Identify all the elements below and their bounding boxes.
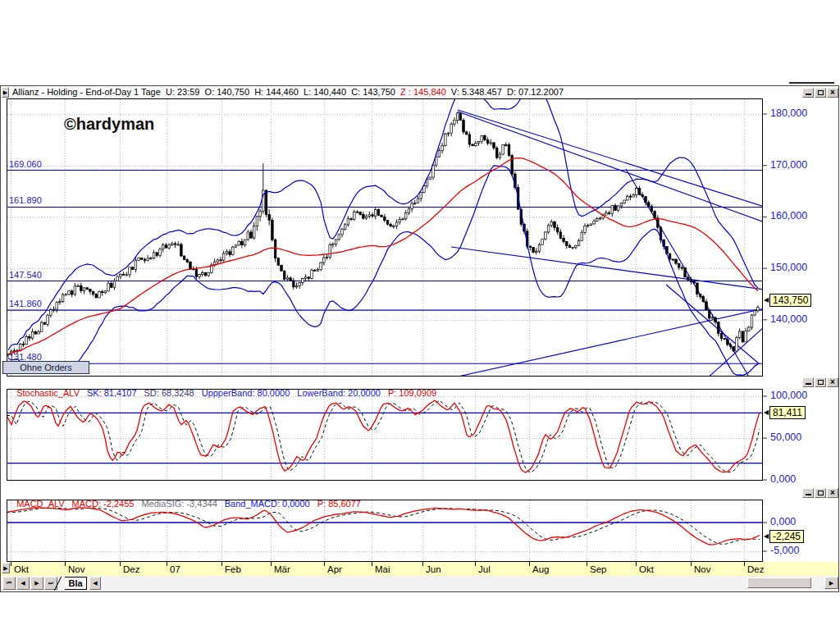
time-axis-label: Mär: [274, 564, 290, 574]
scrollbar-right-button[interactable]: ▶: [824, 577, 838, 589]
time-axis-tick: [422, 562, 423, 566]
macd-axis-label: 0,000: [770, 516, 796, 527]
time-axis-label: Okt: [639, 564, 654, 574]
macd-value-box: -2,245: [769, 530, 804, 543]
macd-close-button[interactable]: ×: [827, 488, 838, 498]
time-axis-tick: [744, 562, 745, 566]
macd-chart-canvas[interactable]: [0, 500, 840, 562]
chart-window-titlebar: ▶ Allianz - Holding - End-of-Day 1 Tage …: [1, 86, 838, 98]
time-axis-tick: [475, 562, 476, 566]
stochastic-header: Stochastic_ALVSK: 81,4107SD: 68,3248Uppp…: [11, 378, 444, 389]
price-arrow-icon: ◀: [764, 297, 769, 304]
time-axis-tick: [11, 562, 11, 566]
time-axis-label: Okt: [14, 564, 29, 574]
price-chart-canvas[interactable]: [0, 98, 840, 377]
time-axis-label: Aug: [532, 564, 549, 574]
close-button[interactable]: ×: [827, 88, 838, 98]
time-axis-tick: [529, 562, 530, 566]
time-axis-tick: [372, 562, 372, 566]
time-axis-label: Nov: [68, 564, 84, 574]
price-level-label: 169.060: [9, 159, 42, 169]
time-axis-label: Jul: [478, 564, 491, 574]
time-axis-label: Sep: [590, 564, 606, 574]
stoch-arrow-icon: ◀: [764, 409, 769, 416]
stoch-axis-label: 50,000: [770, 431, 801, 443]
time-axis: ▶ OktNovDez07FebMärAprMaiJunJulAugSepOkt…: [1, 562, 838, 576]
time-axis-label: Nov: [694, 564, 710, 574]
stoch-close-button[interactable]: ×: [827, 377, 838, 387]
price-axis-label: 170,000: [770, 159, 807, 171]
time-axis-tick: [65, 562, 66, 566]
price-level-label: 141.860: [9, 299, 42, 308]
stoch-maximize-button[interactable]: [815, 377, 826, 387]
minimize-button[interactable]: [802, 88, 814, 98]
time-axis-tick: [167, 562, 167, 566]
price-level-label: 131.480: [9, 352, 42, 362]
time-axis-tick: [691, 562, 692, 566]
time-axis-label: 07: [170, 564, 180, 574]
last-price-box: 143,750: [769, 294, 811, 307]
titlebar-collapse-button[interactable]: ▶: [2, 87, 9, 98]
time-axis-label: Dez: [123, 564, 139, 574]
time-axis-label: Mai: [375, 564, 390, 574]
time-axis-label: Apr: [327, 564, 342, 574]
price-axis-label: 150,000: [770, 262, 807, 273]
macd-minimize-button[interactable]: [802, 488, 814, 498]
tab-bar: ⏮ ◀ ▶ ⏭ Bla ◀ ▶: [1, 576, 838, 591]
tab-scroll-left-button[interactable]: ◀: [89, 577, 101, 590]
time-axis-tick: [324, 562, 325, 566]
title-z-value: Z : 145,840: [400, 87, 446, 97]
time-axis-tick: [587, 562, 587, 566]
time-axis-label: Feb: [225, 564, 241, 574]
window-title: Allianz - Holding - End-of-Day 1 Tage U:…: [12, 86, 564, 98]
price-axis-label: 180,000: [770, 107, 807, 119]
first-tab-button[interactable]: ⏮: [2, 577, 16, 590]
macd-arrow-icon: ◀: [764, 533, 769, 540]
price-level-label: 147.540: [9, 270, 42, 280]
time-axis-label: Dez: [747, 564, 764, 574]
axis-scroll-button[interactable]: ▶: [2, 563, 10, 573]
stoch-axis-label: 100,000: [770, 390, 807, 401]
time-axis-tick: [221, 562, 222, 566]
watermark: ©hardyman: [64, 115, 154, 134]
time-axis-tick: [120, 562, 121, 566]
stochastic-chart-canvas[interactable]: [0, 389, 840, 481]
ohne-orders-button[interactable]: Ohne Orders: [2, 361, 89, 374]
price-axis-label: 160,000: [770, 210, 807, 221]
window-edge-artifact: [789, 82, 834, 84]
horizontal-scrollbar-thumb[interactable]: [747, 578, 811, 588]
macd-axis-label: -5,000: [770, 545, 799, 556]
maximize-button[interactable]: [815, 88, 826, 98]
price-level-label: 161.890: [9, 195, 42, 205]
next-tab-button[interactable]: ▶: [30, 577, 43, 590]
time-axis-label: Jun: [426, 564, 441, 574]
tab-bla[interactable]: Bla: [65, 577, 87, 590]
stoch-minimize-button[interactable]: [802, 377, 814, 387]
prev-tab-button[interactable]: ◀: [16, 577, 30, 590]
price-axis-label: 140,000: [770, 313, 807, 325]
stoch-axis-label: 0,000: [770, 473, 796, 485]
macd-maximize-button[interactable]: [815, 488, 826, 498]
stoch-value-box: 81,411: [769, 406, 806, 419]
time-axis-tick: [636, 562, 637, 566]
time-axis-tick: [271, 562, 272, 566]
macd-header: MACD_ALVMACD: -2,2455MediaSIG: -3,4344Ba…: [11, 489, 368, 500]
